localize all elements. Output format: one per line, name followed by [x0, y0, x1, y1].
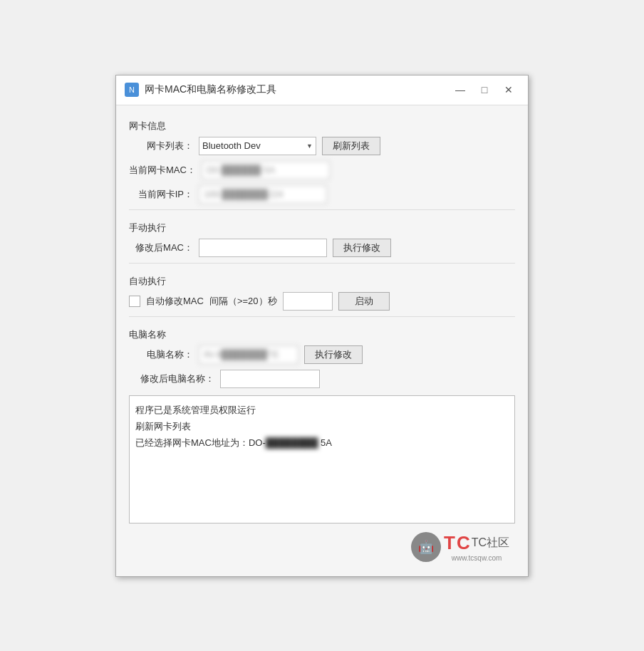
mac-label: 当前网卡MAC：	[129, 164, 196, 177]
auto-section-label: 自动执行	[129, 275, 515, 288]
watermark-robot-icon: 🤖	[411, 532, 441, 562]
log-box: 程序已是系统管理员权限运行 刷新网卡列表 已经选择网卡MAC地址为：DO-███…	[129, 395, 515, 524]
maximize-button[interactable]: □	[474, 82, 495, 98]
computer-name-execute-button[interactable]: 执行修改	[304, 345, 363, 364]
computer-name-row: 电脑名称： IN-9███████TE 执行修改	[129, 345, 515, 364]
mac-after-input[interactable]	[199, 239, 327, 257]
nic-select[interactable]: Bluetooth Dev	[199, 137, 316, 155]
start-button[interactable]: 启动	[338, 292, 390, 311]
close-button[interactable]: ✕	[498, 82, 519, 98]
auto-modify-checkbox[interactable]	[129, 296, 140, 307]
log-line-1: 程序已是系统管理员权限运行	[135, 402, 509, 418]
window-title: 网卡MAC和电脑名称修改工具	[145, 83, 276, 96]
community-label: TC社区	[472, 536, 509, 551]
interval-input[interactable]	[283, 292, 333, 311]
current-ip-value: 169.███████224	[199, 185, 327, 204]
computer-name-label: 电脑名称：	[129, 348, 193, 361]
refresh-button[interactable]: 刷新列表	[322, 137, 380, 155]
nic-list-label: 网卡列表：	[129, 140, 193, 152]
auto-checkbox-row: 自动修改MAC 间隔（>=20）秒 启动	[129, 292, 515, 311]
computer-name-value: IN-9███████TE	[199, 345, 298, 364]
title-buttons: — □ ✕	[450, 82, 519, 98]
new-computer-name-input[interactable]	[220, 370, 320, 388]
tc-label: T	[444, 532, 455, 554]
watermark-brand: T C TC社区 www.tcsqw.com	[444, 532, 509, 562]
current-mac-value: D0-██████-5A	[202, 161, 330, 179]
interval-label: 间隔（>=20）秒	[209, 295, 277, 308]
computer-name-section-label: 电脑名称	[129, 328, 515, 341]
ip-label: 当前网卡IP：	[129, 188, 193, 201]
manual-section: 手动执行 修改后MAC： 执行修改	[129, 209, 515, 257]
nic-info-section-label: 网卡信息	[129, 120, 515, 132]
auto-section: 自动执行 自动修改MAC 间隔（>=20）秒 启动	[129, 263, 515, 311]
title-left: N 网卡MAC和电脑名称修改工具	[125, 83, 276, 97]
manual-execute-button[interactable]: 执行修改	[333, 239, 391, 257]
main-window: N 网卡MAC和电脑名称修改工具 — □ ✕ 网卡信息 网卡列表： Blueto…	[115, 75, 529, 577]
mac-row: 当前网卡MAC： D0-██████-5A	[129, 161, 515, 179]
nic-list-row: 网卡列表： Bluetooth Dev 刷新列表	[129, 137, 515, 155]
ip-row: 当前网卡IP： 169.███████224	[129, 185, 515, 204]
content-area: 网卡信息 网卡列表： Bluetooth Dev 刷新列表 当前网卡MAC： D…	[116, 105, 528, 576]
log-line-2: 刷新网卡列表	[135, 418, 509, 434]
new-computer-name-label: 修改后电脑名称：	[129, 373, 214, 385]
c-label: C	[457, 532, 470, 554]
nic-select-wrapper[interactable]: Bluetooth Dev	[199, 137, 316, 155]
auto-modify-label: 自动修改MAC	[146, 295, 204, 308]
title-bar: N 网卡MAC和电脑名称修改工具 — □ ✕	[116, 75, 528, 105]
computer-name-section: 电脑名称 电脑名称： IN-9███████TE 执行修改 修改后电脑名称：	[129, 316, 515, 388]
mac-after-row: 修改后MAC： 执行修改	[129, 239, 515, 257]
manual-section-label: 手动执行	[129, 222, 515, 234]
app-icon: N	[125, 83, 139, 97]
mac-after-label: 修改后MAC：	[129, 241, 193, 254]
minimize-button[interactable]: —	[450, 82, 471, 98]
log-line-3: 已经选择网卡MAC地址为：DO-████████ 5A	[135, 434, 509, 451]
new-computer-name-row: 修改后电脑名称：	[129, 370, 515, 388]
watermark-url: www.tcsqw.com	[452, 554, 502, 562]
watermark-area: 🤖 T C TC社区 www.tcsqw.com	[129, 529, 515, 568]
